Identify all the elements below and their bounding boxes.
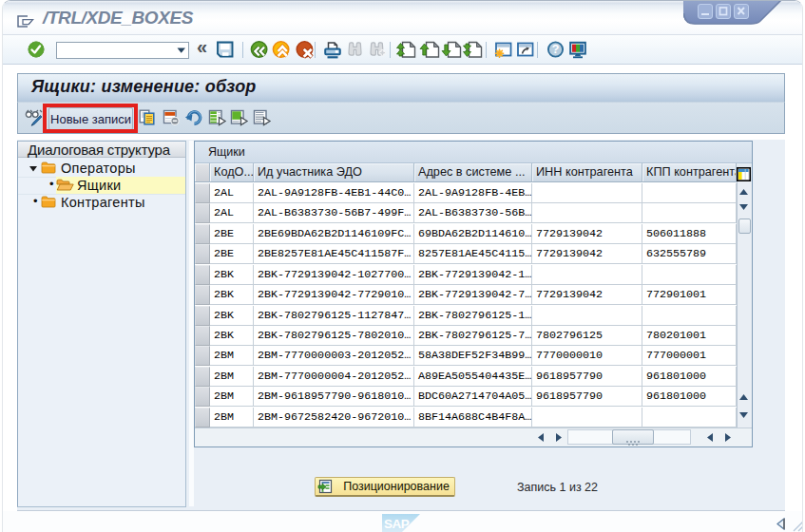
svg-text:?: ? xyxy=(552,43,560,56)
svg-text:SAP: SAP xyxy=(384,517,410,531)
